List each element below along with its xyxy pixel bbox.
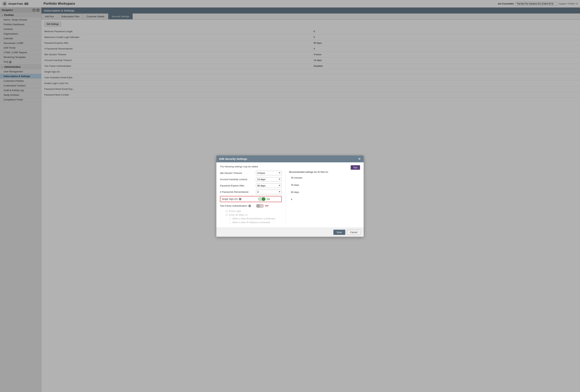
modal-body: Tips The following settings may be edite… <box>216 162 364 228</box>
modal-intro: The following settings may be edited. <box>220 165 360 168</box>
modal-form-column: Idle Session Timeout: 4 hours 30 minutes… <box>220 171 285 225</box>
modal-title: Edit Security Settings <box>219 157 247 160</box>
tfa-sub-options: Every Login Every 30 Days, or: When a Ne… <box>225 210 282 224</box>
rec-idle-timeout: 30 minutes <box>289 175 351 180</box>
rec-header: Recommended settings for 21 Part 11: <box>289 171 351 173</box>
passwords-remembered-label: # Passwords Remembered: <box>220 191 256 193</box>
modal-grid: Idle Session Timeout: 4 hours 30 minutes… <box>220 171 351 225</box>
modal-overlay: Edit Security Settings ✕ Tips The follow… <box>0 0 580 392</box>
rec-passwords-remembered: 4 <box>289 197 351 202</box>
account-inactivity-row: Account Inactivity Lockout: 14 days 7 da… <box>220 177 282 182</box>
two-factor-label: Two-Factor Authentication: i <box>220 204 256 207</box>
checkbox-new-ip[interactable] <box>229 221 231 224</box>
password-expires-row: Password Expires After: 90 days 30 days … <box>220 183 282 188</box>
passwords-remembered-row: # Passwords Remembered: 4 1 2 3 5 6 <box>220 190 282 194</box>
modal-close-button[interactable]: ✕ <box>358 157 361 160</box>
sso-info-icon[interactable]: i <box>239 198 241 200</box>
tfa-toggle-state: Off <box>265 204 268 207</box>
rec-password-expires: 90 days <box>289 190 351 195</box>
idle-timeout-row: Idle Session Timeout: 4 hours 30 minutes… <box>220 171 282 175</box>
tfa-toggle-wrapper: Off <box>256 204 268 208</box>
idle-timeout-label: Idle Session Timeout: <box>220 172 256 174</box>
single-sign-on-label: Single Sign-On: i <box>222 198 258 200</box>
radio-every-login[interactable] <box>225 210 228 212</box>
single-sign-on-row: Single Sign-On: i On <box>220 196 282 202</box>
modal-rec-column: Recommended settings for 21 Part 11: 30 … <box>285 171 351 225</box>
tfa-info-icon[interactable]: i <box>248 205 251 207</box>
idle-timeout-select[interactable]: 4 hours 30 minutes 1 hour 2 hours 8 hour… <box>256 171 282 175</box>
password-expires-select[interactable]: 90 days 30 days 60 days 180 days Never <box>256 183 282 188</box>
password-expires-label: Password Expires After: <box>220 184 256 187</box>
edit-security-modal: Edit Security Settings ✕ Tips The follow… <box>216 155 364 237</box>
tfa-new-ip: When a New IP Address is Detected <box>229 221 282 224</box>
radio-every-30-days[interactable] <box>225 214 228 216</box>
tfa-every-login: Every Login <box>225 210 282 212</box>
account-inactivity-label: Account Inactivity Lockout: <box>220 178 256 181</box>
rec-account-inactivity: 30 days <box>289 182 351 188</box>
tfa-toggle[interactable] <box>256 204 264 208</box>
save-button[interactable]: Save <box>333 230 345 235</box>
tips-button[interactable]: Tips <box>351 165 360 170</box>
two-factor-row: Two-Factor Authentication: i Off <box>220 204 282 208</box>
checkbox-new-browser[interactable] <box>229 217 231 220</box>
sso-toggle-wrapper: On <box>258 197 270 201</box>
passwords-remembered-select[interactable]: 4 1 2 3 5 6 <box>256 190 282 194</box>
cancel-button[interactable]: Cancel <box>347 230 361 235</box>
modal-footer: Save Cancel <box>216 228 364 237</box>
tfa-new-browser: When a New Browser/Device is Detected <box>229 217 282 220</box>
sso-toggle[interactable] <box>258 197 266 201</box>
sso-toggle-state: On <box>267 198 270 200</box>
tfa-every-30-days: Every 30 Days, or: <box>225 213 282 216</box>
modal-header: Edit Security Settings ✕ <box>216 155 364 162</box>
account-inactivity-select[interactable]: 14 days 7 days 30 days 60 days 90 days <box>256 177 282 182</box>
